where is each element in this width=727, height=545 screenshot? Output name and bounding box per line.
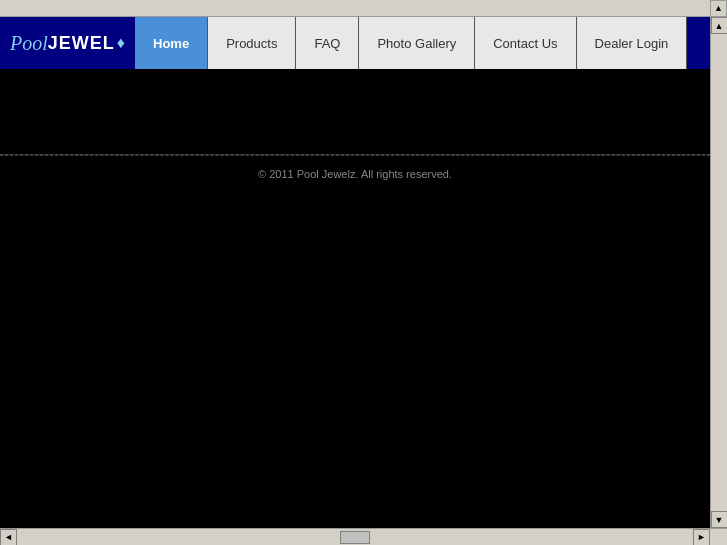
logo-area: Pool JEWEL ♦ bbox=[0, 17, 135, 69]
top-scrollbar: ▲ bbox=[0, 0, 727, 17]
nav-bar: Pool JEWEL ♦ Home Products FAQ Photo Gal… bbox=[0, 17, 710, 69]
main-area: Pool JEWEL ♦ Home Products FAQ Photo Gal… bbox=[0, 17, 727, 528]
nav-item-products[interactable]: Products bbox=[208, 17, 296, 69]
logo-jewel-text: JEWEL bbox=[48, 33, 115, 54]
scroll-right-down-arrow[interactable]: ▼ bbox=[711, 511, 728, 528]
footer: © 2011 Pool Jewelz. All rights reserved. bbox=[0, 155, 710, 190]
bottom-scroll-track[interactable] bbox=[17, 529, 693, 546]
scroll-right-up-arrow[interactable]: ▲ bbox=[711, 17, 728, 34]
right-scrollbar: ▲ ▼ bbox=[710, 17, 727, 528]
scrollbar-corner bbox=[710, 529, 727, 546]
nav-item-photo-gallery[interactable]: Photo Gallery bbox=[359, 17, 475, 69]
footer-copyright: © 2011 Pool Jewelz. All rights reserved. bbox=[258, 168, 452, 180]
bottom-scrollbar: ◄ ► bbox=[0, 528, 727, 545]
nav-item-dealer-login[interactable]: Dealer Login bbox=[577, 17, 688, 69]
browser-frame: ▲ Pool JEWEL ♦ Home Products bbox=[0, 0, 727, 545]
nav-item-faq[interactable]: FAQ bbox=[296, 17, 359, 69]
nav-items: Home Products FAQ Photo Gallery Contact … bbox=[135, 17, 687, 69]
scroll-bottom-right-arrow[interactable]: ► bbox=[693, 529, 710, 546]
logo-diamond-icon: ♦ bbox=[117, 34, 125, 52]
content-area: Pool JEWEL ♦ Home Products FAQ Photo Gal… bbox=[0, 17, 710, 528]
scroll-up-arrow[interactable]: ▲ bbox=[710, 0, 727, 17]
nav-item-contact-us[interactable]: Contact Us bbox=[475, 17, 576, 69]
website: Pool JEWEL ♦ Home Products FAQ Photo Gal… bbox=[0, 17, 710, 190]
main-content bbox=[0, 69, 710, 149]
bottom-scroll-thumb[interactable] bbox=[340, 531, 370, 544]
logo-pool-text: Pool bbox=[10, 32, 48, 55]
logo: Pool JEWEL ♦ bbox=[10, 32, 125, 55]
nav-item-home[interactable]: Home bbox=[135, 17, 208, 69]
scroll-bottom-left-arrow[interactable]: ◄ bbox=[0, 529, 17, 546]
